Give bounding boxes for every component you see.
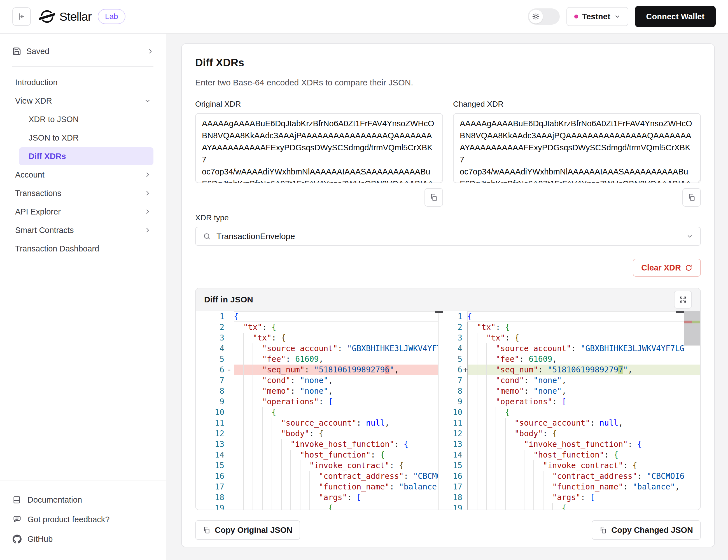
save-icon [12,47,21,56]
scrollbar-slider[interactable] [684,311,700,346]
expand-diff-button[interactable] [674,291,692,309]
network-selector[interactable]: Testnet [566,7,628,26]
code-line[interactable]: 17"function_name": "balance", [196,482,438,492]
line-content: "source_account": null, [467,418,700,428]
line-number: 17 [196,482,234,492]
copy-original-json-button[interactable]: Copy Original JSON [195,520,300,540]
collapse-sidebar-button[interactable] [12,7,31,26]
code-line[interactable]: 9"operations": [ [196,396,438,407]
editor-sash-handle[interactable] [676,311,684,313]
line-number: 12 [439,428,467,439]
diff-panel-header: Diff in JSON [196,288,700,311]
chevron-right-icon [147,48,153,54]
sidebar-item-label: XDR to JSON [29,115,79,124]
sidebar-footer-github[interactable]: GitHub [12,529,153,549]
sidebar-item-api-explorer[interactable]: API Explorer [12,203,153,221]
code-line[interactable]: 5"fee": 61609, [196,354,438,365]
sidebar-item-introduction[interactable]: Introduction [12,73,153,91]
code-line[interactable]: 2"tx": { [196,322,438,333]
code-line[interactable]: 4"source_account": "GBXBHIHKE3LJWKV4YF7L… [196,343,438,354]
xdr-type-select[interactable]: TransactionEnvelope [195,227,701,246]
code-line[interactable]: 9"operations": [ [439,396,700,407]
original-xdr-input[interactable] [195,113,443,183]
line-number: 5 [439,354,467,365]
code-line[interactable]: 5"fee": 61609, [439,354,700,365]
code-line[interactable]: 16"contract_address": "CBCMOI6 [439,471,700,482]
sidebar-item-saved[interactable]: Saved [12,42,153,60]
code-line[interactable]: 10{ [439,407,700,418]
sidebar-footer-documentation[interactable]: Documentation [12,490,153,510]
code-line[interactable]: 12"body": { [196,428,438,439]
code-line[interactable]: 18"args": [ [196,492,438,503]
connect-wallet-button[interactable]: Connect Wallet [635,6,716,27]
line-number: 10 [196,407,234,418]
top-bar: Stellar Lab Testnet Connect Wallet [0,0,728,34]
copy-changed-json-button[interactable]: Copy Changed JSON [592,520,701,540]
code-line[interactable]: 17"function_name": "balance", [439,482,700,492]
line-number: 14 [439,450,467,460]
line-number: 11 [439,418,467,428]
clear-xdr-button[interactable]: Clear XDR [633,259,701,277]
code-line[interactable]: 14"host_function": { [196,450,438,460]
code-line[interactable]: 14"host_function": { [439,450,700,460]
code-line[interactable]: 19{ [196,503,438,510]
chevron-right-icon [144,209,151,215]
changed-xdr-label: Changed XDR [453,100,701,109]
copy-original-xdr-button[interactable] [424,188,443,207]
code-line[interactable]: 3"tx": { [196,333,438,343]
code-line[interactable]: 13"invoke_host_function": { [439,439,700,450]
line-content: { [234,311,438,322]
sidebar-item-xdr-to-json[interactable]: XDR to JSON [19,110,153,128]
code-line[interactable]: 10{ [196,407,438,418]
copy-icon [203,526,210,534]
sidebar-item-account[interactable]: Account [12,166,153,184]
sun-icon [532,13,540,20]
line-number: 11 [196,418,234,428]
code-line[interactable]: 8"memo": "none", [439,386,700,396]
diff-editor[interactable]: 1{2"tx": {3"tx": {4"source_account": "GB… [196,311,700,510]
line-content: "args": [ [234,492,438,503]
changed-xdr-input[interactable] [453,113,701,183]
code-line[interactable]: 4"source_account": "GBXBHIHKE3LJWKV4YF7L… [439,343,700,354]
diff-overview-ruler[interactable] [684,311,700,510]
code-line[interactable]: 1{ [439,311,700,322]
copy-changed-xdr-button[interactable] [682,188,701,207]
diff-json-panel: Diff in JSON 1{2"tx": {3"tx": {4"source_… [195,288,701,510]
line-number: 6+ [439,365,467,375]
code-line[interactable]: 6-"seq_num": "518106199892796", [196,365,438,375]
code-line[interactable]: 1{ [196,311,438,322]
editor-sash-handle[interactable] [435,311,443,313]
sidebar-footer-label: GitHub [27,535,53,544]
sidebar-item-label: Introduction [15,78,58,87]
sidebar-item-label: API Explorer [15,207,61,216]
feedback-icon [12,515,22,524]
code-line[interactable]: 12"body": { [439,428,700,439]
sidebar-item-smart-contracts[interactable]: Smart Contracts [12,221,153,239]
sidebar-item-json-to-xdr[interactable]: JSON to XDR [19,129,153,147]
sidebar-item-diff-xdrs[interactable]: Diff XDRs [19,147,153,165]
code-line[interactable]: 6+"seq_num": "518106199892797", [439,365,700,375]
page-subtitle: Enter two Base-64 encoded XDRs to compar… [195,78,701,87]
code-line[interactable]: 2"tx": { [439,322,700,333]
code-line[interactable]: 15"invoke_contract": { [196,460,438,471]
sidebar-item-transaction-dashboard[interactable]: Transaction Dashboard [12,240,153,258]
sidebar-item-view-xdr[interactable]: View XDR [12,92,153,110]
code-line[interactable]: 7"cond": "none", [196,375,438,386]
sidebar-item-transactions[interactable]: Transactions [12,184,153,202]
code-line[interactable]: 3"tx": { [439,333,700,343]
line-content: "host_function": { [467,450,700,460]
code-line[interactable]: 13"invoke_host_function": { [196,439,438,450]
line-content: "body": { [234,428,438,439]
code-line[interactable]: 11"source_account": null, [196,418,438,428]
sidebar-footer-got-product-feedback[interactable]: Got product feedback? [12,510,153,529]
code-line[interactable]: 11"source_account": null, [439,418,700,428]
code-line[interactable]: 8"memo": "none", [196,386,438,396]
code-line[interactable]: 18"args": [ [439,492,700,503]
code-line[interactable]: 7"cond": "none", [439,375,700,386]
theme-toggle[interactable] [528,8,560,25]
line-number: 6- [196,365,234,375]
code-line[interactable]: 19{ [439,503,700,510]
line-content: { [467,407,700,418]
code-line[interactable]: 16"contract_address": "CBCMOI6 [196,471,438,482]
code-line[interactable]: 15"invoke_contract": { [439,460,700,471]
